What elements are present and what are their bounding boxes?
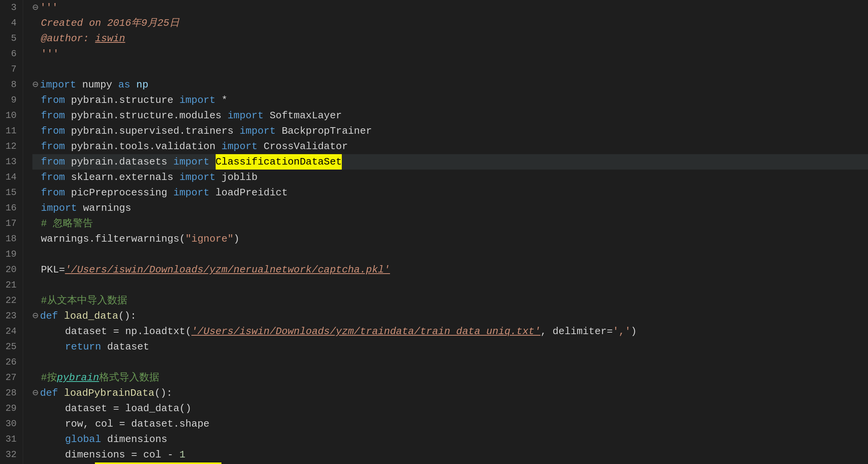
line-number-31: 31 <box>4 432 17 447</box>
token-24-1: '/Users/iswin/Downloads/yzm/traindata/tr… <box>191 324 540 339</box>
line-number-24: 24 <box>4 324 17 339</box>
token-15-2: import <box>173 185 209 200</box>
code-line-25: return dataset <box>32 339 868 355</box>
line-number-26: 26 <box>4 355 17 370</box>
token-18-2: ) <box>233 231 240 247</box>
code-line-33: DS = ClassificationDataSet(dimensions, n… <box>32 462 868 464</box>
line-number-17: 17 <box>4 216 17 231</box>
line-number-28: 28 <box>4 385 17 401</box>
token-9-1: pybrain.structure <box>65 92 179 108</box>
code-editor: 3456789101112131415161718192021222324252… <box>0 0 868 464</box>
token-10-0: from <box>41 108 65 123</box>
token-8-0: import <box>40 77 76 92</box>
code-line-24: dataset = np.loadtxt('/Users/iswin/Downl… <box>32 324 868 339</box>
code-line-20: PKL='/Users/iswin/Downloads/yzm/nerualne… <box>32 262 868 277</box>
code-line-28: ⊖def loadPybrainData(): <box>32 385 868 401</box>
line-number-4: 4 <box>4 15 17 31</box>
token-33-0: DS = <box>65 462 95 464</box>
fold-icon-8[interactable]: ⊖ <box>32 77 39 92</box>
token-11-3: BackpropTrainer <box>276 123 372 139</box>
token-33-1: ClassificationDataSet <box>95 462 221 464</box>
token-27-1: pybrain <box>57 370 99 385</box>
token-18-0: warnings.filterwarnings( <box>41 231 185 247</box>
fold-icon-23[interactable]: ⊖ <box>32 308 39 324</box>
token-8-3: np <box>130 77 149 92</box>
token-3-0: ''' <box>40 0 58 15</box>
token-23-3: (): <box>118 308 137 324</box>
line-number-15: 15 <box>4 185 17 200</box>
line-number-10: 10 <box>4 108 17 123</box>
code-line-14: from sklearn.externals import joblib <box>32 170 868 185</box>
code-line-16: import warnings <box>32 200 868 216</box>
indent <box>41 432 65 447</box>
token-10-2: import <box>228 108 264 123</box>
token-28-2: loadPybrainData <box>64 385 154 401</box>
token-11-2: import <box>240 123 276 139</box>
code-line-31: global dimensions <box>32 432 868 447</box>
line-number-32: 32 <box>4 447 17 462</box>
token-22-0: #从文本中导入数据 <box>41 293 127 308</box>
code-area[interactable]: ⊖'''Created on 2016年9月25日@author: iswin'… <box>23 0 868 464</box>
token-11-1: pybrain.supervised.trainers <box>65 123 239 139</box>
token-23-0: def <box>40 308 58 324</box>
line-number-9: 9 <box>4 92 17 108</box>
code-line-17: # 忽略警告 <box>32 216 868 231</box>
line-number-13: 13 <box>4 154 17 170</box>
token-23-2: load_data <box>64 308 118 324</box>
indent <box>41 462 65 464</box>
line-number-11: 11 <box>4 123 17 139</box>
indent <box>41 416 65 432</box>
line-number-22: 22 <box>4 293 17 308</box>
token-27-2: 格式导入数据 <box>99 370 159 385</box>
token-13-2: import <box>173 154 209 170</box>
token-33-2: (dimensions, nb_classes= <box>221 462 366 464</box>
token-33-4: ) <box>372 462 378 464</box>
token-30-0: row, col = dataset.shape <box>65 416 209 432</box>
token-28-1 <box>58 385 64 401</box>
token-12-3: CrossValidator <box>258 139 348 154</box>
line-number-23: 23 <box>4 308 17 324</box>
token-24-0: dataset = np.loadtxt( <box>65 324 191 339</box>
code-line-29: dataset = load_data() <box>32 401 868 416</box>
line-number-25: 25 <box>4 339 17 355</box>
token-27-0: #按 <box>41 370 57 385</box>
token-14-1: sklearn.externals <box>65 170 179 185</box>
token-13-4: ClassificationDataSet <box>216 154 342 170</box>
code-line-18: warnings.filterwarnings("ignore") <box>32 231 868 247</box>
code-line-12: from pybrain.tools.validation import Cro… <box>32 139 868 154</box>
token-11-0: from <box>41 123 65 139</box>
line-number-30: 30 <box>4 416 17 432</box>
token-10-1: pybrain.structure.modules <box>65 108 227 123</box>
line-number-16: 16 <box>4 200 17 216</box>
token-5-0: @author: <box>41 31 95 46</box>
code-line-21 <box>32 277 868 293</box>
code-line-3: ⊖''' <box>32 0 868 15</box>
token-9-0: from <box>41 92 65 108</box>
code-line-9: from pybrain.structure import * <box>32 92 868 108</box>
token-12-0: from <box>41 139 65 154</box>
fold-icon-28[interactable]: ⊖ <box>32 385 39 401</box>
line-number-19: 19 <box>4 247 17 262</box>
token-9-2: import <box>179 92 216 108</box>
token-28-3: (): <box>154 385 172 401</box>
indent <box>41 324 65 339</box>
fold-icon-3[interactable]: ⊖ <box>32 0 39 15</box>
token-15-1: picPreprocessing <box>65 185 173 200</box>
code-line-32: dimensions = col - 1 <box>32 447 868 462</box>
token-14-0: from <box>41 170 65 185</box>
indent <box>41 401 65 416</box>
code-line-11: from pybrain.supervised.trainers import … <box>32 123 868 139</box>
token-14-2: import <box>179 170 216 185</box>
token-31-1: dimensions <box>101 432 167 447</box>
token-13-0: from <box>41 154 65 170</box>
token-24-3: ',' <box>613 324 631 339</box>
line-number-21: 21 <box>4 277 17 293</box>
line-number-3: 3 <box>4 0 17 15</box>
line-number-12: 12 <box>4 139 17 154</box>
line-number-5: 5 <box>4 31 17 46</box>
token-8-2: as <box>118 77 130 92</box>
token-31-0: global <box>65 432 101 447</box>
token-32-1: 1 <box>179 447 186 462</box>
code-line-5: @author: iswin <box>32 31 868 46</box>
line-number-33: 33 <box>4 462 17 464</box>
